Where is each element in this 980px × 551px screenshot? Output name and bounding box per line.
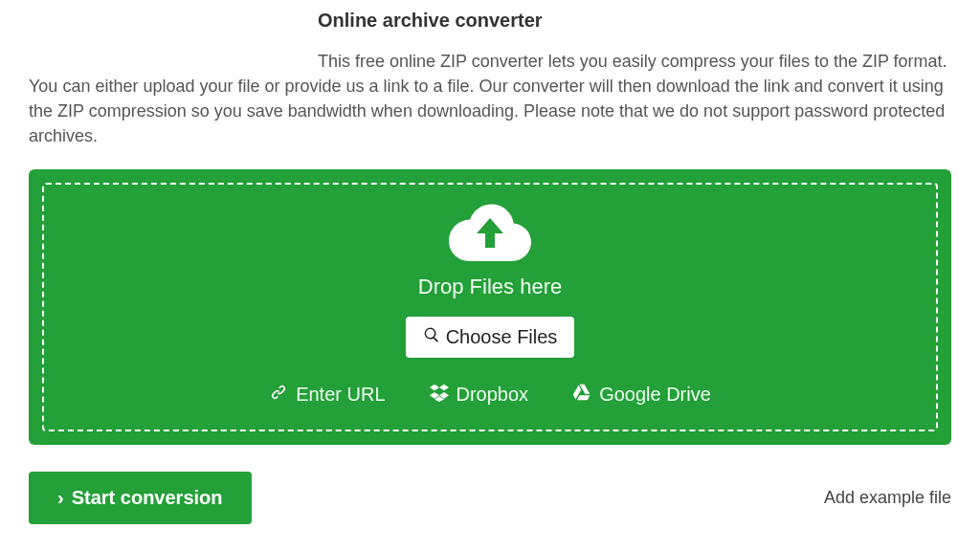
start-conversion-button[interactable]: › Start conversion xyxy=(29,472,252,524)
file-dropzone[interactable]: Drop Files here Choose Files Enter URL xyxy=(42,183,938,431)
drop-files-label: Drop Files here xyxy=(54,275,926,299)
description-text: This free online ZIP converter lets you … xyxy=(29,49,951,148)
dropzone-container: Drop Files here Choose Files Enter URL xyxy=(29,169,951,445)
choose-files-label: Choose Files xyxy=(446,326,558,348)
alt-sources-row: Enter URL Dropbox Google Drive xyxy=(54,383,926,407)
cloud-upload-icon xyxy=(449,202,531,265)
magnifier-icon xyxy=(423,326,440,348)
enter-url-button[interactable]: Enter URL xyxy=(269,383,385,407)
link-icon xyxy=(269,383,288,407)
start-conversion-label: Start conversion xyxy=(72,487,223,509)
google-drive-button[interactable]: Google Drive xyxy=(572,383,711,407)
enter-url-label: Enter URL xyxy=(296,384,385,406)
dropbox-label: Dropbox xyxy=(457,384,529,406)
footer-row: › Start conversion Add example file xyxy=(29,472,951,524)
page-title: Online archive converter xyxy=(318,10,951,32)
google-drive-icon xyxy=(572,383,591,407)
add-example-file-link[interactable]: Add example file xyxy=(824,488,951,508)
chevron-right-icon: › xyxy=(57,487,64,509)
google-drive-label: Google Drive xyxy=(599,384,711,406)
dropbox-button[interactable]: Dropbox xyxy=(430,383,529,407)
choose-files-button[interactable]: Choose Files xyxy=(406,317,575,358)
dropbox-icon xyxy=(430,383,449,407)
